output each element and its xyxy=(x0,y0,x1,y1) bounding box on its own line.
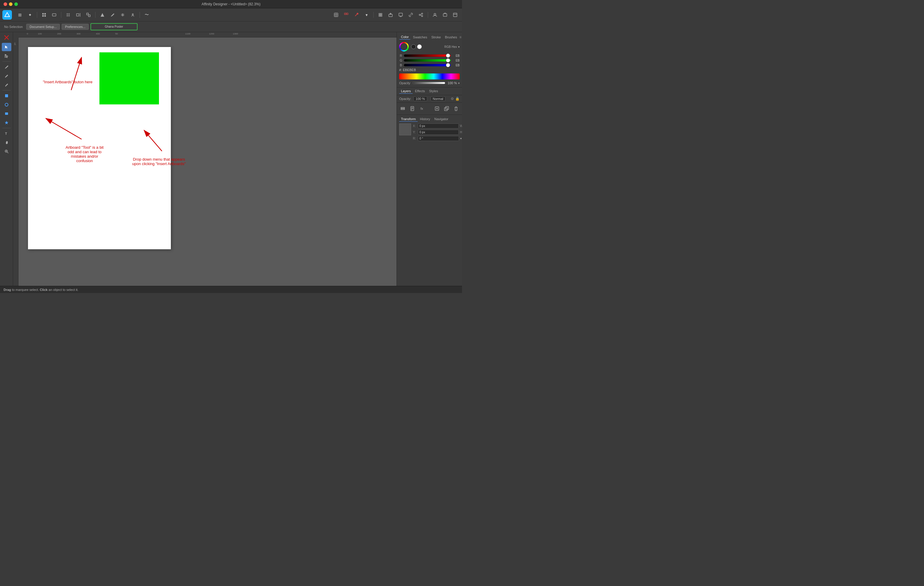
document-icon[interactable] xyxy=(409,105,416,112)
color-wheel-container[interactable] xyxy=(399,42,409,51)
dropdown-btn[interactable]: ▾ xyxy=(362,10,371,19)
color-gradient-bar[interactable] xyxy=(399,74,460,79)
tab-stroke[interactable]: Stroke xyxy=(429,35,443,40)
b-slider-thumb[interactable] xyxy=(446,63,450,67)
grid-tool-btn[interactable]: ⊞ xyxy=(15,10,25,19)
color-mode-selector[interactable]: RGB Hex ▾ xyxy=(444,45,460,48)
svg-line-35 xyxy=(420,14,422,14)
maximize-button[interactable] xyxy=(14,2,18,6)
r-slider-thumb[interactable] xyxy=(446,54,450,58)
tab-transform[interactable]: Transform xyxy=(399,117,417,122)
fx-icon[interactable]: fx xyxy=(418,105,426,112)
layers-gear-icon[interactable]: ⚙ xyxy=(451,97,454,101)
r-value: EB xyxy=(452,54,460,58)
share-btn[interactable] xyxy=(416,10,426,19)
opacity-value: 100 % xyxy=(447,81,457,85)
panel-menu-icon[interactable]: ≡ xyxy=(459,35,461,39)
toolbar-sep-3 xyxy=(95,12,96,18)
hand-left-tool[interactable] xyxy=(2,138,11,146)
color-wheel[interactable] xyxy=(399,42,409,51)
close-button[interactable] xyxy=(3,2,7,6)
text-left-tool[interactable]: T xyxy=(2,129,11,138)
background-color-swatch[interactable] xyxy=(417,44,422,49)
preferences-button[interactable]: Preferences... xyxy=(62,24,88,30)
document-setup-button[interactable]: Document Setup... xyxy=(26,24,60,30)
zoom-left-tool[interactable] xyxy=(2,147,11,156)
triangle-btn[interactable] xyxy=(98,10,107,19)
toolbar-sep-5 xyxy=(373,12,374,18)
b-slider-row: B EB xyxy=(399,63,460,67)
transform-btn[interactable] xyxy=(74,10,83,19)
canvas-area[interactable]: 0 100 200 300 400 50 1100 1200 1300 px xyxy=(13,32,396,286)
close-tool[interactable] xyxy=(2,33,11,42)
grid-overlay-btn[interactable] xyxy=(64,10,73,19)
opacity-dropdown[interactable]: ▾ xyxy=(458,82,460,85)
arrange2-btn[interactable] xyxy=(376,10,385,19)
r-dropdown-icon[interactable]: ▾ xyxy=(460,137,462,140)
snap-btn[interactable] xyxy=(40,10,48,19)
rect-left-tool[interactable] xyxy=(2,109,11,118)
pen-btn[interactable] xyxy=(108,10,117,19)
publish-btn[interactable] xyxy=(441,10,449,19)
pen-left-tool[interactable] xyxy=(2,63,11,71)
svg-rect-4 xyxy=(45,15,46,16)
color-mode-dropdown[interactable]: ▾ xyxy=(458,45,460,48)
artboard-name-input[interactable]: Ghana Poster xyxy=(91,23,137,30)
new-layer-icon[interactable] xyxy=(434,105,441,112)
r-slider-track[interactable] xyxy=(404,54,451,57)
layers-blend-mode[interactable]: Normal xyxy=(431,96,446,101)
path-btn[interactable]: 〜 xyxy=(142,10,151,19)
g-slider-track[interactable] xyxy=(404,59,451,62)
x-input[interactable] xyxy=(418,123,459,128)
ruler-tick-label: 400 xyxy=(96,33,100,35)
w-label: W: xyxy=(460,124,462,128)
tab-swatches[interactable]: Swatches xyxy=(411,35,429,40)
erase-btn[interactable] xyxy=(50,10,59,19)
opacity-slider[interactable] xyxy=(412,82,446,84)
layers-opacity-value[interactable]: 100 % xyxy=(414,96,427,101)
settings-btn[interactable] xyxy=(451,10,460,19)
y-input[interactable] xyxy=(418,130,459,135)
tab-brushes[interactable]: Brushes xyxy=(443,35,459,40)
star-left-tool[interactable] xyxy=(2,119,11,127)
r-transform-input[interactable] xyxy=(418,136,459,141)
align-btn[interactable] xyxy=(118,10,127,19)
pixel-view-btn[interactable] xyxy=(342,10,351,19)
artboard-tool-btn[interactable]: ✦ xyxy=(26,10,35,19)
brush-left-tool[interactable] xyxy=(2,81,11,89)
green-artboard[interactable] xyxy=(99,53,159,104)
layers-lock-icon[interactable]: 🔒 xyxy=(455,97,460,101)
arrange-btn[interactable] xyxy=(84,10,93,19)
tab-layers[interactable]: Layers xyxy=(399,89,412,94)
tab-effects[interactable]: Effects xyxy=(413,89,427,94)
b-slider-track[interactable] xyxy=(404,64,451,66)
transform-panel-tabs: Transform History Navigator xyxy=(399,117,460,122)
svg-point-34 xyxy=(419,14,420,15)
hex-value: #: EBEBEB xyxy=(399,68,416,72)
tab-history[interactable]: History xyxy=(418,117,432,122)
user-btn[interactable] xyxy=(431,10,439,19)
g-slider-thumb[interactable] xyxy=(446,58,450,63)
link-btn[interactable] xyxy=(406,10,415,19)
fill-left-tool[interactable] xyxy=(2,92,11,100)
red-tool-btn[interactable] xyxy=(352,10,361,19)
snapping-btn[interactable] xyxy=(332,10,340,19)
import-btn[interactable] xyxy=(396,10,405,19)
ellipse-left-tool[interactable] xyxy=(2,100,11,109)
minimize-button[interactable] xyxy=(9,2,13,6)
layers-icon[interactable] xyxy=(399,105,406,112)
select-tool[interactable] xyxy=(2,43,11,51)
foreground-color-swatch[interactable] xyxy=(411,44,416,49)
anchor-btn[interactable] xyxy=(128,10,137,19)
delete-icon[interactable] xyxy=(452,105,460,112)
pencil-left-tool[interactable] xyxy=(2,72,11,80)
ruler-tick-label: 50 xyxy=(115,33,118,35)
export-btn[interactable] xyxy=(386,10,395,19)
duplicate-icon[interactable] xyxy=(443,105,450,112)
tab-styles[interactable]: Styles xyxy=(427,89,440,94)
toolbar-sep-4 xyxy=(140,12,140,18)
tab-navigator[interactable]: Navigator xyxy=(432,117,450,122)
tab-color[interactable]: Color xyxy=(399,35,411,40)
svg-rect-38 xyxy=(443,14,447,16)
node-tool[interactable] xyxy=(2,52,11,60)
